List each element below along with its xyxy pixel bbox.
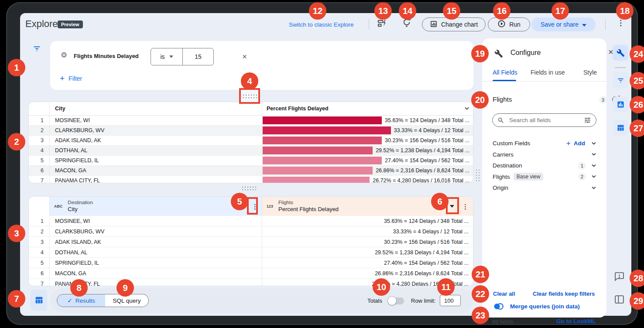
insights-bulb-icon[interactable] [401,18,412,31]
table-view-button[interactable] [31,290,47,311]
remove-filter-icon[interactable]: × [242,52,247,62]
chart-icon [430,20,438,29]
flash-dashboard-icon[interactable] [377,18,387,30]
callout-11: 11 [437,278,455,296]
results-label: Results [75,297,95,304]
field-group-row[interactable]: Carriers [493,149,596,160]
viz-col-city[interactable]: City [50,102,262,115]
viz-col-pct[interactable]: Percent Flights Delayed [262,102,473,115]
totals-label: Totals [367,297,382,304]
drag-handle-vertical[interactable] [475,169,480,181]
value-cell: 29.52% = 1,238 Delays / 4,194 Total ... [262,247,473,257]
rail-visualization-button[interactable] [613,96,628,112]
clear-fields-keep-filters-link[interactable]: Clear fields keep filters [533,290,595,297]
chevron-down-icon[interactable] [591,153,596,156]
data-table-row[interactable]: 6 MACON, GA 26.86% = 2,316 Delays / 8,62… [29,268,473,279]
data-table-row[interactable]: 7 PANAMA CITY, FL 26.72% = 4,280 Delays … [29,279,473,286]
gear-icon[interactable]: ⚙ [61,51,67,60]
save-or-share-label: Save or share [541,21,579,28]
data-table-row[interactable]: 1 MOSINEE, WI 35.63% = 124 Delays / 348 … [29,216,473,226]
data-table-row[interactable]: 2 CLARKSBURG, WV 33.33% = 4 Delays / 12 … [29,226,473,237]
feedback-button[interactable] [614,271,625,284]
callout-6: 6 [431,193,449,210]
viz-header-row: City Percent Flights Delayed [29,102,473,116]
viz-table-row[interactable]: 5 SPRINGFIELD, IL 27.40% = 154 Delays / … [29,156,473,166]
field-group-row[interactable]: FlightsBase view2 [493,171,596,182]
add-custom-field-button[interactable]: Add [574,140,585,147]
filter-section-icon[interactable] [32,44,41,55]
row-number: 6 [29,166,50,175]
callout-10: 10 [373,278,390,296]
data-table-row[interactable]: 5 SPRINGFIELD, IL 27.40% = 154 Delays / … [29,258,473,268]
viz-table-row[interactable]: 6 MACON, GA 26.86% = 2,316 Delays / 8,62… [29,166,473,176]
drag-handle-horizontal-2[interactable] [241,186,257,191]
callout-27: 27 [630,120,644,137]
tab-divider [482,81,606,82]
callout-26: 26 [630,96,644,113]
clear-all-link[interactable]: Clear all [493,290,515,297]
run-button[interactable]: Run [488,17,530,31]
row-number: 2 [29,126,50,135]
field-group-label: Custom Fields [493,140,530,147]
go-to-lookml-link[interactable]: Go to LookML [556,318,596,325]
save-or-share-button[interactable]: Save or share [531,17,596,31]
viz-table-row[interactable]: 7 PANAMA CITY, FL 26.72% = 4,280 Delays … [29,176,473,183]
filter-icon [617,76,625,85]
data-col-dimension[interactable]: ABC Destination City ⋮ [50,197,262,216]
change-chart-button[interactable]: Change chart [422,17,486,31]
city-cell: MACON, GA [50,268,262,278]
tab-fields-in-use[interactable]: Fields in use [531,69,565,76]
viz-table-row[interactable]: 2 CLARKSBURG, WV 33.33% = 4 Delays / 12 … [29,126,473,136]
viz-table-row[interactable]: 1 MOSINEE, WI 35.63% = 124 Delays / 348 … [29,116,473,126]
filter-card: ⚙ Flights Minutes Delayed is 15 × + Filt… [50,41,473,90]
rail-filters-button[interactable] [613,72,628,89]
tune-icon[interactable] [584,116,591,124]
column-menu-icon[interactable]: ⋮ [462,203,469,210]
wrench-icon [494,49,503,60]
chevron-down-icon[interactable] [464,107,469,110]
callout-13: 13 [374,2,392,20]
header-overflow-menu[interactable]: ⋮ [617,19,624,27]
filter-operator-select[interactable]: is [151,48,183,65]
field-group-label: Destination [493,162,522,169]
callout-21: 21 [472,266,489,283]
meas-field-label: Percent Flights Delayed [278,206,450,213]
filter-value-input[interactable]: 15 [182,48,214,65]
field-group-row[interactable]: Destination1 [493,160,596,171]
value-cell: 33.33% = 4 Delays / 12 Total ... [262,226,473,236]
toggle-panel-button[interactable] [614,294,625,307]
chevron-down-icon[interactable] [591,164,596,167]
filter-operator-value: is [160,53,164,60]
tab-all-fields[interactable]: All Fields [493,69,517,76]
chevron-down-icon[interactable] [591,186,596,190]
viz-table-row[interactable]: 4 DOTHAN, AL 29.52% = 1,238 Delays / 4,1… [29,146,473,156]
configure-panel: Configure × All Fields Fields in use Sty… [482,38,606,318]
callout-3: 3 [8,225,25,242]
callout-12: 12 [309,2,326,20]
data-table-row[interactable]: 3 ADAK ISLAND, AK 30.23% = 156 Delays / … [29,237,473,247]
wrench-icon [617,49,625,57]
city-cell: MACON, GA [50,166,262,175]
tab-style[interactable]: Style [583,69,597,76]
search-input[interactable] [508,116,580,124]
field-group-row[interactable]: Custom Fields+Add [493,138,596,149]
rail-table-button[interactable] [613,120,628,136]
chevron-down-icon[interactable] [591,175,596,178]
drag-handle-horizontal[interactable] [242,94,257,99]
bar [263,147,373,154]
row-number: 4 [29,146,50,155]
viz-table-row[interactable]: 3 ADAK ISLAND, AK 30.23% = 156 Delays / … [29,136,473,146]
chevron-down-icon[interactable] [591,142,596,145]
switch-to-classic-link[interactable]: Switch to classic Explore [289,21,354,28]
add-filter-button[interactable]: + Filter [60,74,82,82]
preview-badge: Preview [58,20,83,28]
field-group-row[interactable]: Origin [493,182,596,193]
data-table-row[interactable]: 4 DOTHAN, AL 29.52% = 1,238 Delays / 4,1… [29,247,473,258]
row-limit-input[interactable] [440,295,461,306]
totals-toggle[interactable] [388,297,404,304]
bar-label: 26.86% = 2,316 Delays / 8,624 Total ... [373,167,469,174]
rail-configure-button[interactable] [613,45,628,61]
bar-label: 29.52% = 1,238 Delays / 4,194 Total ... [373,147,469,154]
field-search-box[interactable] [492,113,596,127]
merge-queries-button[interactable]: Merge queries (join data) [493,303,580,310]
